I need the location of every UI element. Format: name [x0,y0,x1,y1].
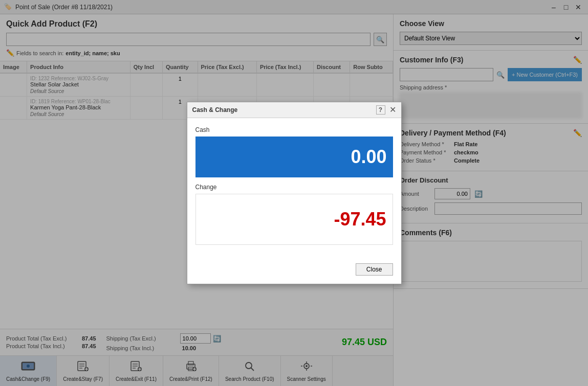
change-value: -97.45 [334,209,386,230]
modal-help-icon: ? [376,105,385,115]
cash-value: 0.00 [351,146,386,168]
modal-overlay: Cash & Change ? ✕ Cash 0.00 Change -97.4… [0,0,588,386]
modal-title: Cash & Change [192,106,238,113]
cash-label: Cash [195,126,393,133]
modal-body: Cash 0.00 Change -97.45 [187,118,401,259]
change-label: Change [195,184,393,191]
modal-close-button[interactable]: Close [356,263,393,276]
modal-close-x-button[interactable]: ✕ [389,106,396,114]
cash-display[interactable]: 0.00 [195,137,393,177]
change-display: -97.45 [195,194,393,245]
cash-change-modal: Cash & Change ? ✕ Cash 0.00 Change -97.4… [187,102,402,284]
modal-footer: Close [187,259,401,284]
modal-close-label: Close [366,266,382,273]
modal-titlebar: Cash & Change ? ✕ [187,102,401,118]
